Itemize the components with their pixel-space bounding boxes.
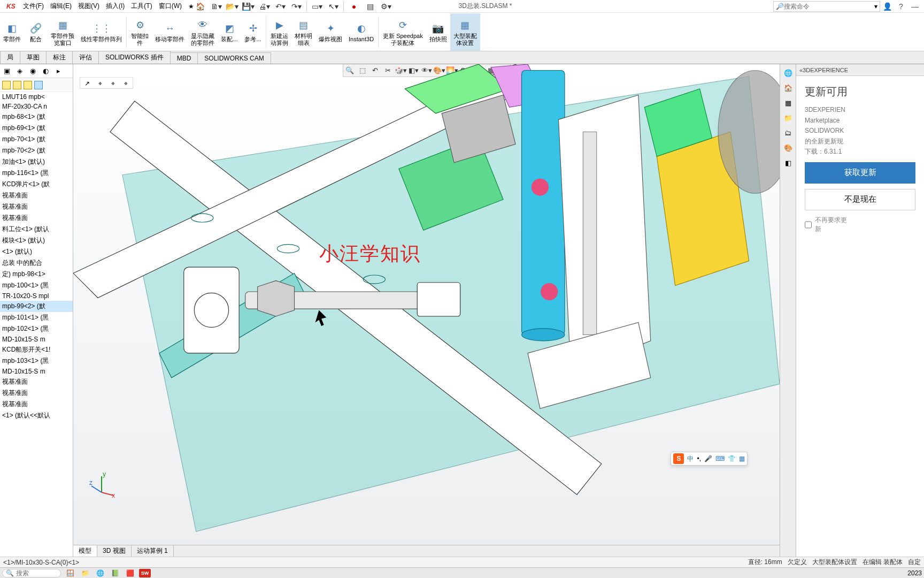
qat-options-icon[interactable]: ▤ [363, 1, 378, 12]
feature-tree[interactable]: LMUT16 mpb<MF-20x30-CA nmpb-68<1> (默mpb-… [0, 92, 73, 557]
btab-model[interactable]: 模型 [73, 545, 97, 557]
menu-view[interactable]: 视图(V) [75, 1, 103, 12]
rb-exploded-view[interactable]: ✦爆炸视图 [315, 13, 345, 51]
help-icon[interactable]: ? [894, 1, 908, 12]
os-search-input[interactable] [16, 569, 53, 577]
tree-item[interactable]: MD-10x15-S m [0, 334, 73, 344]
rb-preview-window[interactable]: ▦零部件预 览窗口 [48, 13, 78, 51]
not-now-button[interactable]: 不是现在 [805, 189, 915, 210]
minimize-icon[interactable]: — [908, 1, 922, 12]
tree-item[interactable]: LMUT16 mpb< [0, 92, 73, 102]
rb-reference[interactable]: ✢参考... [241, 13, 265, 51]
btab-3dview[interactable]: 3D 视图 [97, 545, 132, 557]
cube-icon[interactable] [2, 81, 11, 89]
fm-tab-property[interactable]: ◈ [14, 65, 26, 77]
tree-item[interactable]: KCD船形开关<1! [0, 344, 73, 355]
tp-tab-appearance-icon[interactable]: 🎨 [782, 141, 795, 154]
fm-tab-config[interactable]: ◉ [27, 65, 38, 77]
fm-tab-more[interactable]: ▸ [52, 65, 64, 77]
tree-item[interactable]: mpb-70<2> (默 [0, 145, 73, 156]
tab-addins[interactable]: SOLIDWORKS 插件 [98, 51, 171, 64]
btab-motion-study[interactable]: 运动算例 1 [132, 545, 174, 557]
tab-cam[interactable]: SOLIDWORKS CAM [197, 52, 271, 64]
tree-item[interactable]: 视基准面 [0, 399, 73, 410]
qat-open-icon[interactable]: 📂▾ [225, 1, 240, 12]
rb-bom[interactable]: ▤材料明 细表 [291, 13, 315, 51]
fm-tab-feature-tree[interactable]: ▣ [1, 65, 13, 77]
qat-settings-icon[interactable]: ⚙▾ [379, 1, 394, 12]
tree-item[interactable]: mpb-70<1> (默 [0, 134, 73, 145]
tree-item[interactable]: mpb-100<1> (黑 [0, 280, 73, 291]
menu-file[interactable]: 文件(F) [20, 1, 47, 12]
taskbar-app-solidworks[interactable]: SW [139, 569, 151, 577]
cube-icon[interactable] [13, 81, 21, 89]
rb-move-component[interactable]: ↔移动零部件 [152, 13, 188, 51]
tree-item[interactable]: 定) mpb-98<1> [0, 269, 73, 280]
rb-large-assembly[interactable]: ▦大型装配 体设置 [450, 13, 480, 51]
tree-item[interactable]: mpb-102<1> (黑 [0, 323, 73, 334]
os-search[interactable]: 🔍 [2, 569, 61, 577]
rb-motion-study[interactable]: ▶新建运 动算例 [267, 13, 291, 51]
search-dropdown-icon[interactable]: ▾ [874, 3, 877, 10]
get-update-button[interactable]: 获取更新 [805, 162, 915, 184]
tree-item[interactable]: <1> (默认<<默认 [0, 410, 73, 421]
qat-home-icon[interactable]: 🏠 [192, 1, 207, 12]
ime-toolbox-icon[interactable]: ▦ [739, 455, 745, 462]
rb-assembly-features[interactable]: ◩装配... [218, 13, 241, 51]
rb-speedpak[interactable]: ⟳更新 Speedpak 子装配体 [380, 13, 426, 51]
rb-instant3d[interactable]: ◐Instant3D [345, 13, 377, 51]
tab-layout[interactable]: 局 [0, 51, 20, 64]
tp-tab-resources-icon[interactable]: ▦ [782, 96, 795, 109]
tree-item[interactable]: 视基准面 [0, 201, 73, 212]
taskbar-app-1[interactable]: 🪟 [64, 569, 76, 577]
taskbar-app-3[interactable]: 🌐 [94, 569, 106, 577]
tree-item[interactable]: 料工位<1> (默认 [0, 224, 73, 235]
ime-keyboard-icon[interactable]: ⌨ [715, 455, 725, 462]
menu-insert[interactable]: 插入(I) [103, 1, 128, 12]
command-search[interactable]: 🔎 ▾ [773, 1, 880, 12]
cube-icon[interactable] [24, 81, 32, 89]
taskbar-app-4[interactable]: 📗 [109, 569, 121, 577]
dont-ask-checkbox-input[interactable] [805, 216, 812, 234]
ime-lang-label[interactable]: 中 [687, 454, 694, 463]
user-icon[interactable]: 👤 [880, 1, 894, 12]
taskbar-app-2[interactable]: 📁 [79, 569, 91, 577]
tree-item[interactable]: mpb-68<1> (默 [0, 111, 73, 123]
qat-save-icon[interactable]: 💾▾ [241, 1, 256, 12]
qat-select-icon[interactable]: ▭▾ [310, 1, 325, 12]
tree-item[interactable]: mpb-101<1> (黑 [0, 312, 73, 323]
tree-item[interactable]: 视基准面 [0, 387, 73, 399]
rb-snapshot[interactable]: 📷拍快照 [426, 13, 450, 51]
dont-ask-checkbox[interactable]: 不再要求更 新 [805, 216, 915, 234]
ime-punct-icon[interactable]: •, [697, 455, 701, 462]
tree-item[interactable]: mpb-99<2> (默 [0, 301, 73, 312]
tree-item[interactable]: 加油<1> (默认) [0, 156, 73, 168]
tree-item[interactable]: mpb-116<1> (黑 [0, 168, 73, 179]
tab-sketch[interactable]: 草图 [20, 51, 47, 64]
tp-tab-3dexperience-icon[interactable]: 🌐 [782, 66, 795, 79]
tree-item[interactable]: MF-20x30-CA n [0, 102, 73, 111]
rb-smart-fastener[interactable]: ⚙智能扣 件 [128, 13, 152, 51]
qat-print-icon[interactable]: 🖨▾ [257, 1, 272, 12]
qat-redo-icon[interactable]: ↷▾ [289, 1, 304, 12]
qat-new-icon[interactable]: 🗎▾ [209, 1, 224, 12]
command-search-input[interactable] [784, 3, 874, 10]
tp-tab-home-icon[interactable]: 🏠 [782, 81, 795, 94]
tree-item[interactable]: 视基准面 [0, 190, 73, 201]
rb-linear-pattern[interactable]: ⋮⋮线性零部件阵列 [78, 13, 125, 51]
tree-item[interactable]: MD-10x15-S m [0, 367, 73, 376]
ime-mic-icon[interactable]: 🎤 [704, 455, 712, 462]
ime-toolbar[interactable]: S 中 •, 🎤 ⌨ 👕 ▦ [671, 452, 748, 466]
tree-item[interactable]: 视基准面 [0, 212, 73, 224]
qat-rebuild-icon[interactable]: ● [346, 1, 361, 12]
rb-insert-component[interactable]: ◧零部件 [0, 13, 24, 51]
qat-cursor-icon[interactable]: ↖▾ [326, 1, 341, 12]
tp-tab-custom-icon[interactable]: ◧ [782, 156, 795, 169]
graphics-viewport[interactable]: ↗ ⌖ ⌖ ⌖ 🔍 ⬚ ↶ ✂ 🎲▾ ◧▾ 👁▾ 🎨▾ 🌅▾ ⚙▾ ◐ ▦ ▾ [73, 64, 780, 557]
menu-tools[interactable]: 工具(T) [128, 1, 155, 12]
cube-icon-active[interactable] [34, 81, 43, 89]
qat-undo-icon[interactable]: ↶▾ [273, 1, 288, 12]
tree-item[interactable]: mpb-103<1> (黑 [0, 355, 73, 367]
taskpane-header[interactable]: «3DEXPERIENCE [796, 64, 924, 76]
tree-item[interactable]: TR-10x20-S mpl [0, 291, 73, 301]
